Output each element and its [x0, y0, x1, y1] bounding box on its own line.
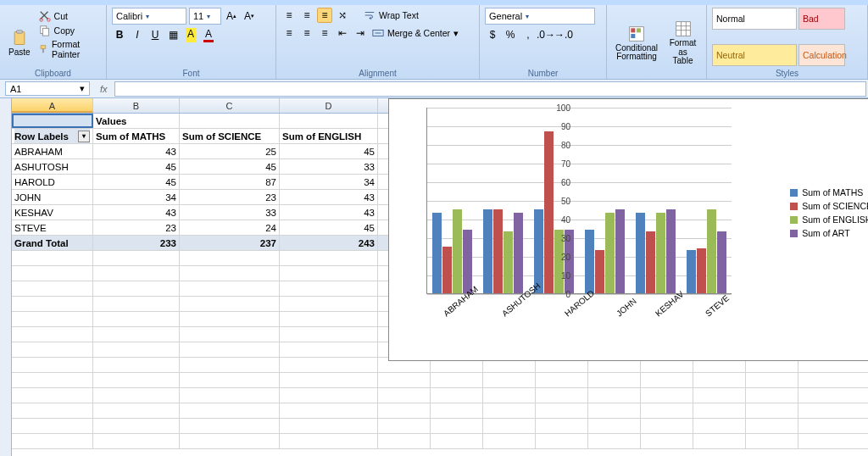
cell[interactable] — [12, 388, 93, 403]
cell[interactable] — [280, 388, 378, 403]
cell[interactable] — [280, 419, 378, 433]
cell[interactable] — [280, 312, 378, 326]
legend-item[interactable]: Sum of ENGLISH — [790, 214, 868, 225]
cell[interactable] — [93, 266, 180, 281]
chart-bar[interactable] — [697, 248, 706, 293]
cell[interactable] — [746, 434, 798, 448]
formula-input[interactable] — [114, 81, 866, 97]
underline-button[interactable]: U — [147, 27, 163, 42]
cell[interactable] — [12, 281, 93, 296]
cell[interactable] — [746, 419, 798, 433]
cell[interactable] — [693, 434, 746, 448]
conditional-formatting-button[interactable]: Conditional Formatting — [612, 8, 661, 79]
cell[interactable]: JOHN — [12, 190, 93, 204]
cell[interactable] — [431, 434, 483, 448]
cell[interactable] — [93, 312, 180, 326]
cell[interactable] — [93, 373, 180, 387]
align-middle-button[interactable]: ≡ — [299, 8, 314, 23]
cell[interactable]: 233 — [93, 236, 180, 250]
cell[interactable]: Sum of ENGLISH — [280, 129, 378, 143]
chart-bar[interactable] — [595, 250, 604, 293]
cell[interactable] — [280, 327, 378, 342]
cell[interactable] — [12, 434, 93, 448]
font-name-combo[interactable]: Calibri▾ — [112, 8, 186, 25]
cell[interactable]: 43 — [93, 144, 180, 158]
cell[interactable] — [378, 403, 431, 418]
cell[interactable] — [483, 419, 536, 433]
cell[interactable] — [12, 297, 93, 311]
cell[interactable] — [641, 373, 693, 387]
fx-icon[interactable]: fx — [93, 84, 114, 94]
cell[interactable] — [93, 327, 180, 342]
cell[interactable] — [180, 312, 280, 326]
chart-bar[interactable] — [442, 247, 452, 293]
cell[interactable]: 43 — [280, 205, 378, 220]
cell[interactable] — [483, 434, 536, 448]
cell[interactable] — [180, 388, 280, 403]
cell[interactable]: 237 — [180, 236, 280, 250]
chart-bar[interactable] — [504, 231, 513, 293]
style-bad[interactable]: Bad — [798, 8, 845, 30]
cell[interactable] — [536, 419, 588, 433]
cell[interactable] — [536, 373, 588, 387]
cell[interactable]: Row Labels▾ — [12, 129, 93, 143]
col-header-D[interactable]: D — [280, 98, 378, 113]
style-calculation[interactable]: Calculation — [798, 44, 845, 66]
cell[interactable]: 43 — [93, 205, 180, 220]
chart-bar[interactable] — [453, 209, 462, 293]
format-painter-button[interactable]: Format Painter — [37, 38, 101, 60]
cell[interactable] — [431, 419, 483, 433]
chart-bar[interactable] — [585, 230, 594, 293]
cell[interactable] — [180, 297, 280, 311]
cell[interactable]: 23 — [93, 220, 180, 235]
cell[interactable]: Sum of MATHS — [93, 129, 180, 143]
cell[interactable] — [93, 297, 180, 311]
cell[interactable] — [180, 373, 280, 387]
chart-bar[interactable] — [615, 209, 625, 293]
cell[interactable]: 45 — [180, 159, 280, 174]
chart-bar[interactable] — [463, 230, 472, 293]
cell[interactable] — [180, 114, 280, 128]
cell[interactable] — [93, 419, 180, 433]
cell[interactable] — [93, 388, 180, 403]
chart-bar[interactable] — [687, 250, 696, 293]
cell[interactable]: 24 — [180, 220, 280, 235]
cell[interactable] — [180, 358, 280, 372]
cell[interactable] — [12, 358, 93, 372]
cell[interactable] — [280, 251, 378, 265]
cell[interactable] — [12, 403, 93, 418]
chart-bar[interactable] — [544, 131, 554, 293]
cell[interactable] — [641, 403, 693, 418]
cell[interactable]: 34 — [280, 175, 378, 189]
cell[interactable]: 45 — [93, 175, 180, 189]
legend-item[interactable]: Sum of MATHS — [790, 187, 868, 197]
cell[interactable] — [12, 312, 93, 326]
cell[interactable] — [12, 327, 93, 342]
percent-button[interactable]: % — [503, 27, 518, 42]
cell[interactable]: Grand Total — [12, 236, 93, 250]
legend-item[interactable]: Sum of SCIENCE — [790, 201, 868, 211]
cell[interactable] — [483, 388, 536, 403]
cell[interactable] — [641, 388, 693, 403]
cell[interactable] — [378, 373, 431, 387]
cell[interactable]: 43 — [280, 190, 378, 204]
border-button[interactable]: ▦ — [165, 27, 181, 42]
cell[interactable] — [588, 403, 641, 418]
merge-center-button[interactable]: Merge & Center ▾ — [370, 26, 460, 40]
cell[interactable] — [693, 403, 746, 418]
cell[interactable] — [180, 434, 280, 448]
cell[interactable] — [12, 251, 93, 265]
format-as-table-button[interactable]: Format as Table — [665, 8, 701, 79]
fill-color-button[interactable]: A — [183, 27, 198, 42]
cut-button[interactable]: Cut — [37, 9, 101, 23]
cell[interactable] — [588, 419, 641, 433]
decrease-decimal-button[interactable]: →.0 — [556, 27, 571, 42]
orientation-button[interactable]: ⤭ — [335, 8, 350, 23]
cell[interactable] — [378, 388, 431, 403]
cell[interactable]: 45 — [280, 144, 378, 158]
number-format-combo[interactable]: General▾ — [485, 8, 595, 25]
cell[interactable] — [431, 403, 483, 418]
increase-indent-button[interactable]: ⇥ — [353, 25, 368, 41]
cell[interactable] — [280, 403, 378, 418]
cell[interactable] — [641, 419, 693, 433]
